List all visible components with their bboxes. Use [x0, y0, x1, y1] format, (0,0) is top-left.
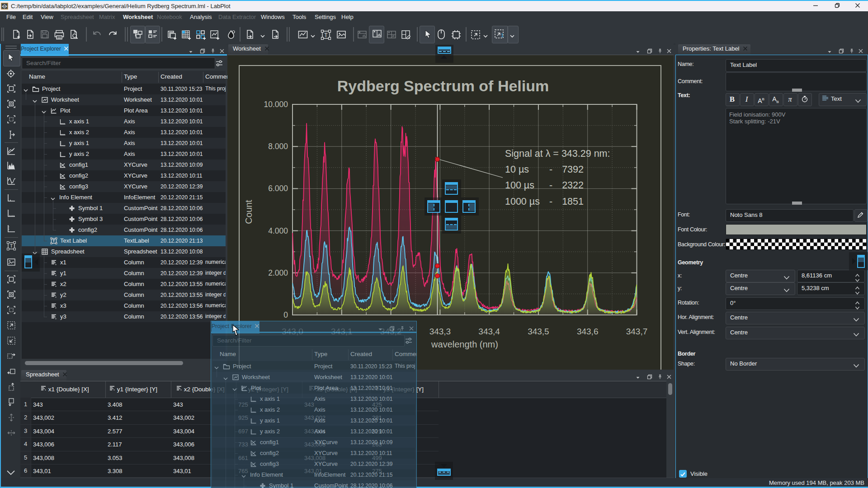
svg-text:2322: 2322: [562, 180, 584, 191]
svg-text:343,6: 343,6: [577, 327, 599, 336]
svg-text:0: 0: [283, 310, 288, 319]
svg-text:1851: 1851: [562, 196, 584, 207]
svg-text:343,7: 343,7: [626, 327, 648, 336]
svg-text:-: -: [549, 180, 552, 191]
svg-text:Rydberg Spectrum of Helium: Rydberg Spectrum of Helium: [337, 77, 549, 94]
svg-text:10.000: 10.000: [264, 100, 288, 109]
svg-text:2.000: 2.000: [268, 268, 288, 277]
svg-text:8.000: 8.000: [268, 142, 288, 151]
svg-text:wavelength (nm): wavelength (nm): [431, 339, 498, 349]
svg-text:100 µs: 100 µs: [505, 180, 534, 191]
svg-text:343,5: 343,5: [528, 327, 549, 336]
svg-text:6.000: 6.000: [268, 184, 288, 193]
svg-text:T: T: [10, 243, 13, 249]
svg-text:343,4: 343,4: [478, 327, 500, 336]
svg-text:7392: 7392: [562, 164, 584, 175]
svg-text:-: -: [549, 196, 552, 207]
svg-text:1000 µs: 1000 µs: [505, 196, 540, 207]
svg-text:4.000: 4.000: [268, 226, 288, 235]
svg-text:343,3: 343,3: [429, 327, 451, 336]
svg-text:-: -: [549, 164, 552, 175]
svg-text:Signal at λ = 343.29 nm:: Signal at λ = 343.29 nm:: [505, 148, 610, 159]
svg-text:Count: Count: [244, 200, 254, 224]
svg-text:T: T: [324, 32, 328, 38]
svg-text:1: 1: [501, 33, 504, 38]
svg-text:10 µs: 10 µs: [505, 164, 529, 175]
